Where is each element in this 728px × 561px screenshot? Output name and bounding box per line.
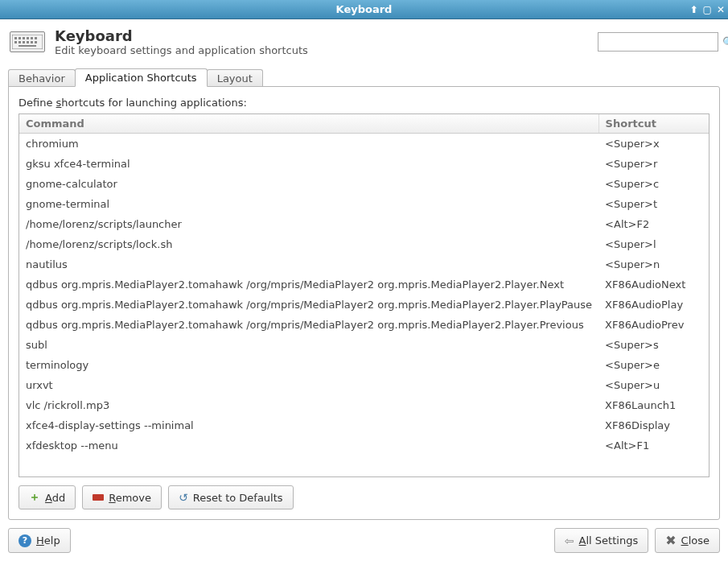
- window-title: Keyboard: [336, 3, 393, 15]
- shortcuts-table[interactable]: Command Shortcut chromium<Super>xgksu xf…: [19, 113, 709, 477]
- cell-command: /home/lorenz/scripts/lock.sh: [19, 234, 598, 254]
- window-close-icon[interactable]: ✕: [717, 4, 725, 15]
- remove-icon: [93, 494, 104, 501]
- tab-layout[interactable]: Layout: [207, 69, 263, 87]
- search-icon: 🔍: [722, 36, 728, 48]
- svg-rect-9: [23, 41, 25, 43]
- svg-rect-4: [27, 37, 29, 39]
- back-icon: ⇦: [565, 534, 574, 547]
- column-command[interactable]: Command: [19, 114, 598, 134]
- cell-shortcut: XF86AudioPlay: [598, 295, 709, 315]
- reset-defaults-button[interactable]: ↺ Reset to Defaults: [168, 485, 294, 509]
- svg-rect-11: [31, 41, 33, 43]
- cell-shortcut: XF86AudioNext: [598, 274, 709, 295]
- svg-rect-1: [14, 37, 17, 39]
- cell-shortcut: <Super>s: [598, 335, 709, 355]
- cell-command: nautilus: [19, 254, 598, 274]
- all-settings-button[interactable]: ⇦ All Settings: [554, 528, 648, 553]
- cell-command: urxvt: [19, 375, 598, 395]
- search-field[interactable]: [602, 36, 722, 47]
- cell-command: qdbus org.mpris.MediaPlayer2.tomahawk /o…: [19, 295, 598, 315]
- cell-shortcut: XF86Launch1: [598, 395, 709, 415]
- svg-rect-6: [35, 37, 37, 39]
- svg-rect-7: [14, 41, 17, 43]
- window-controls: ⬆ ▢ ✕: [690, 4, 725, 15]
- cell-command: /home/lorenz/scripts/launcher: [19, 214, 598, 234]
- close-button[interactable]: ✖ Close: [655, 528, 720, 553]
- reset-icon: ↺: [179, 491, 188, 504]
- cell-command: qdbus org.mpris.MediaPlayer2.tomahawk /o…: [19, 315, 598, 335]
- svg-rect-2: [19, 37, 21, 39]
- cell-shortcut: <Super>n: [598, 254, 709, 274]
- svg-rect-5: [31, 37, 33, 39]
- cell-shortcut: <Super>x: [598, 134, 709, 154]
- tab-content: Define shortcuts for launching applicati…: [8, 86, 720, 520]
- table-buttons: ＋ Add Remove ↺ Reset to Defaults: [19, 485, 709, 509]
- table-row[interactable]: urxvt<Super>u: [19, 375, 709, 395]
- cell-command: terminology: [19, 355, 598, 375]
- cell-command: chromium: [19, 134, 598, 154]
- svg-rect-10: [27, 41, 29, 43]
- table-row[interactable]: gnome-calculator<Super>c: [19, 174, 709, 194]
- header: Keyboard Edit keyboard settings and appl…: [0, 19, 728, 60]
- svg-rect-8: [19, 41, 21, 43]
- svg-rect-13: [19, 45, 36, 47]
- page-subtitle: Edit keyboard settings and application s…: [55, 44, 588, 56]
- hint-label: Define shortcuts for launching applicati…: [19, 97, 709, 109]
- add-icon: ＋: [29, 490, 40, 505]
- table-row[interactable]: /home/lorenz/scripts/lock.sh<Super>l: [19, 234, 709, 254]
- table-row[interactable]: /home/lorenz/scripts/launcher<Alt>F2: [19, 214, 709, 234]
- table-row[interactable]: xfdesktop --menu<Alt>F1: [19, 435, 709, 456]
- help-icon: ?: [19, 534, 31, 547]
- cell-shortcut: <Alt>F2: [598, 214, 709, 234]
- cell-shortcut: XF86AudioPrev: [598, 315, 709, 335]
- table-row[interactable]: chromium<Super>x: [19, 134, 709, 154]
- titlebar[interactable]: Keyboard ⬆ ▢ ✕: [0, 0, 728, 19]
- table-row[interactable]: qdbus org.mpris.MediaPlayer2.tomahawk /o…: [19, 295, 709, 315]
- table-row[interactable]: qdbus org.mpris.MediaPlayer2.tomahawk /o…: [19, 315, 709, 335]
- help-button[interactable]: ? Help: [8, 528, 71, 553]
- window-rollup-icon[interactable]: ⬆: [690, 4, 698, 15]
- cell-shortcut: <Alt>F1: [598, 435, 709, 456]
- cell-command: vlc /rickroll.mp3: [19, 395, 598, 415]
- table-row[interactable]: qdbus org.mpris.MediaPlayer2.tomahawk /o…: [19, 274, 709, 295]
- close-icon: ✖: [665, 533, 676, 548]
- tab-application-shortcuts[interactable]: Application Shortcuts: [75, 68, 208, 87]
- page-title: Keyboard: [55, 27, 588, 44]
- table-row[interactable]: vlc /rickroll.mp3XF86Launch1: [19, 395, 709, 415]
- cell-shortcut: <Super>u: [598, 375, 709, 395]
- cell-shortcut: <Super>c: [598, 174, 709, 194]
- add-button[interactable]: ＋ Add: [19, 485, 76, 509]
- tab-behavior[interactable]: Behavior: [8, 69, 76, 87]
- table-row[interactable]: xfce4-display-settings --minimalXF86Disp…: [19, 415, 709, 435]
- cell-command: gnome-terminal: [19, 194, 598, 214]
- table-row[interactable]: gksu xfce4-terminal<Super>r: [19, 154, 709, 174]
- column-shortcut[interactable]: Shortcut: [598, 114, 709, 134]
- cell-command: xfce4-display-settings --minimal: [19, 415, 598, 435]
- footer: ? Help ⇦ All Settings ✖ Close: [0, 528, 728, 561]
- cell-command: gnome-calculator: [19, 174, 598, 194]
- cell-shortcut: <Super>l: [598, 234, 709, 254]
- search-input[interactable]: 🔍: [598, 32, 718, 52]
- svg-rect-12: [35, 41, 37, 43]
- window-maximize-icon[interactable]: ▢: [703, 4, 712, 15]
- cell-shortcut: <Super>r: [598, 154, 709, 174]
- table-row[interactable]: subl<Super>s: [19, 335, 709, 355]
- cell-command: subl: [19, 335, 598, 355]
- remove-button[interactable]: Remove: [82, 485, 162, 509]
- tabs: Behavior Application Shortcuts Layout: [0, 68, 728, 86]
- keyboard-icon: [10, 31, 45, 52]
- cell-command: gksu xfce4-terminal: [19, 154, 598, 174]
- table-row[interactable]: nautilus<Super>n: [19, 254, 709, 274]
- cell-command: qdbus org.mpris.MediaPlayer2.tomahawk /o…: [19, 274, 598, 295]
- table-row[interactable]: terminology<Super>e: [19, 355, 709, 375]
- cell-shortcut: XF86Display: [598, 415, 709, 435]
- table-row[interactable]: gnome-terminal<Super>t: [19, 194, 709, 214]
- cell-shortcut: <Super>e: [598, 355, 709, 375]
- cell-shortcut: <Super>t: [598, 194, 709, 214]
- svg-rect-3: [23, 37, 25, 39]
- cell-command: xfdesktop --menu: [19, 435, 598, 456]
